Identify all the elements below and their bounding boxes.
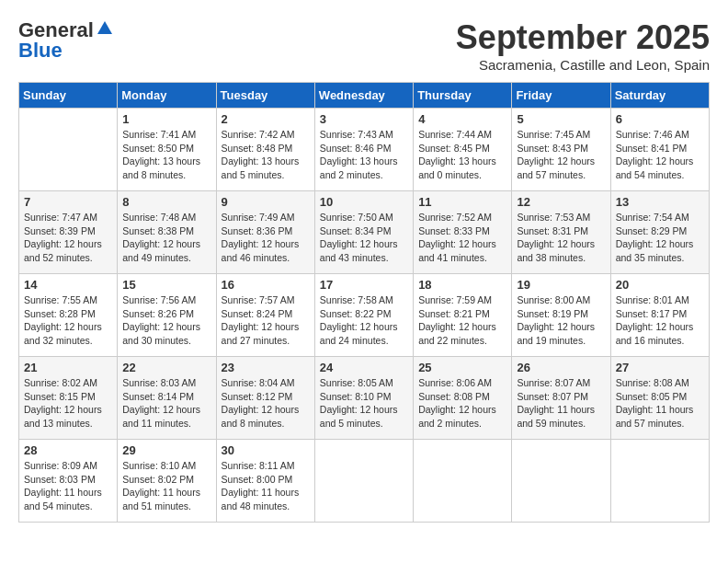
calendar-body: 1 Sunrise: 7:41 AMSunset: 8:50 PMDayligh…	[19, 109, 710, 523]
day-info: Sunrise: 8:01 AMSunset: 8:17 PMDaylight:…	[616, 293, 704, 348]
weekday-header: Monday	[118, 83, 216, 109]
month-title: September 2025	[456, 18, 710, 57]
calendar-week-row: 14 Sunrise: 7:55 AMSunset: 8:28 PMDaylig…	[19, 274, 710, 357]
day-info: Sunrise: 7:48 AMSunset: 8:38 PMDaylight:…	[122, 211, 210, 265]
calendar-week-row: 28 Sunrise: 8:09 AMSunset: 8:03 PMDaylig…	[19, 440, 710, 523]
day-info: Sunrise: 8:00 AMSunset: 8:19 PMDaylight:…	[517, 293, 605, 348]
day-info: Sunrise: 7:47 AMSunset: 8:39 PMDaylight:…	[24, 211, 112, 265]
day-number: 23	[222, 361, 310, 374]
header-row: SundayMondayTuesdayWednesdayThursdayFrid…	[19, 83, 710, 109]
day-info: Sunrise: 8:09 AMSunset: 8:03 PMDaylight:…	[24, 459, 112, 513]
day-number: 6	[616, 112, 704, 126]
calendar-day-cell: 27 Sunrise: 8:08 AMSunset: 8:05 PMDaylig…	[610, 357, 709, 440]
day-number: 24	[320, 361, 408, 374]
calendar-day-cell: 16 Sunrise: 7:57 AMSunset: 8:24 PMDaylig…	[216, 274, 314, 357]
calendar-day-cell: 2 Sunrise: 7:42 AMSunset: 8:48 PMDayligh…	[216, 109, 314, 191]
calendar-day-cell: 17 Sunrise: 7:58 AMSunset: 8:22 PMDaylig…	[314, 274, 413, 357]
day-info: Sunrise: 8:10 AMSunset: 8:02 PMDaylight:…	[122, 459, 210, 513]
calendar-day-cell: 18 Sunrise: 7:59 AMSunset: 8:21 PMDaylig…	[414, 274, 512, 357]
day-info: Sunrise: 7:43 AMSunset: 8:46 PMDaylight:…	[320, 128, 408, 182]
day-info: Sunrise: 7:59 AMSunset: 8:21 PMDaylight:…	[418, 293, 506, 348]
day-info: Sunrise: 7:44 AMSunset: 8:45 PMDaylight:…	[418, 128, 506, 182]
page-header: General Blue September 2025 Sacramenia, …	[18, 18, 710, 73]
day-number: 28	[24, 443, 112, 457]
weekday-header: Tuesday	[216, 83, 314, 109]
day-number: 21	[24, 361, 112, 374]
weekday-header: Sunday	[19, 83, 118, 109]
calendar-day-cell: 3 Sunrise: 7:43 AMSunset: 8:46 PMDayligh…	[314, 109, 413, 191]
calendar-day-cell: 9 Sunrise: 7:49 AMSunset: 8:36 PMDayligh…	[216, 191, 314, 274]
day-number: 1	[122, 112, 210, 126]
day-number: 13	[616, 195, 704, 209]
calendar-day-cell: 20 Sunrise: 8:01 AMSunset: 8:17 PMDaylig…	[610, 274, 709, 357]
day-number: 29	[122, 443, 210, 457]
calendar-day-cell: 30 Sunrise: 8:11 AMSunset: 8:00 PMDaylig…	[216, 440, 314, 523]
logo-icon	[96, 19, 114, 38]
calendar-day-cell: 22 Sunrise: 8:03 AMSunset: 8:14 PMDaylig…	[118, 357, 216, 440]
day-info: Sunrise: 7:41 AMSunset: 8:50 PMDaylight:…	[122, 128, 210, 182]
day-info: Sunrise: 7:58 AMSunset: 8:22 PMDaylight:…	[320, 293, 408, 348]
day-number: 30	[222, 443, 310, 457]
day-number: 5	[517, 112, 605, 126]
day-number: 10	[320, 195, 408, 209]
day-number: 18	[418, 278, 506, 292]
calendar-day-cell: 5 Sunrise: 7:45 AMSunset: 8:43 PMDayligh…	[512, 109, 610, 191]
weekday-header: Thursday	[414, 83, 512, 109]
calendar-day-cell: 4 Sunrise: 7:44 AMSunset: 8:45 PMDayligh…	[414, 109, 512, 191]
day-number: 26	[517, 361, 605, 374]
day-info: Sunrise: 7:55 AMSunset: 8:28 PMDaylight:…	[24, 293, 112, 348]
day-number: 11	[418, 195, 506, 209]
calendar-day-cell: 23 Sunrise: 8:04 AMSunset: 8:12 PMDaylig…	[216, 357, 314, 440]
day-number: 9	[222, 195, 310, 209]
calendar-day-cell	[512, 440, 610, 523]
day-info: Sunrise: 8:06 AMSunset: 8:08 PMDaylight:…	[418, 376, 506, 431]
day-info: Sunrise: 7:49 AMSunset: 8:36 PMDaylight:…	[222, 211, 310, 265]
calendar-week-row: 1 Sunrise: 7:41 AMSunset: 8:50 PMDayligh…	[19, 109, 710, 191]
day-info: Sunrise: 7:50 AMSunset: 8:34 PMDaylight:…	[320, 211, 408, 265]
day-number: 22	[122, 361, 210, 374]
weekday-header: Friday	[512, 83, 610, 109]
logo: General Blue	[18, 18, 114, 63]
calendar-day-cell: 28 Sunrise: 8:09 AMSunset: 8:03 PMDaylig…	[19, 440, 118, 523]
day-number: 16	[222, 278, 310, 292]
calendar-day-cell: 1 Sunrise: 7:41 AMSunset: 8:50 PMDayligh…	[118, 109, 216, 191]
calendar-day-cell	[314, 440, 413, 523]
day-info: Sunrise: 7:45 AMSunset: 8:43 PMDaylight:…	[517, 128, 605, 182]
calendar-header: SundayMondayTuesdayWednesdayThursdayFrid…	[19, 83, 710, 109]
calendar-day-cell: 11 Sunrise: 7:52 AMSunset: 8:33 PMDaylig…	[414, 191, 512, 274]
calendar-day-cell: 7 Sunrise: 7:47 AMSunset: 8:39 PMDayligh…	[19, 191, 118, 274]
day-info: Sunrise: 8:05 AMSunset: 8:10 PMDaylight:…	[320, 376, 408, 431]
calendar-table: SundayMondayTuesdayWednesdayThursdayFrid…	[18, 82, 710, 523]
day-number: 14	[24, 278, 112, 292]
day-info: Sunrise: 7:57 AMSunset: 8:24 PMDaylight:…	[222, 293, 310, 348]
calendar-day-cell: 15 Sunrise: 7:56 AMSunset: 8:26 PMDaylig…	[118, 274, 216, 357]
calendar-day-cell: 12 Sunrise: 7:53 AMSunset: 8:31 PMDaylig…	[512, 191, 610, 274]
calendar-day-cell: 6 Sunrise: 7:46 AMSunset: 8:41 PMDayligh…	[610, 109, 709, 191]
day-info: Sunrise: 7:46 AMSunset: 8:41 PMDaylight:…	[616, 128, 704, 182]
calendar-day-cell: 29 Sunrise: 8:10 AMSunset: 8:02 PMDaylig…	[118, 440, 216, 523]
calendar-day-cell: 26 Sunrise: 8:07 AMSunset: 8:07 PMDaylig…	[512, 357, 610, 440]
day-info: Sunrise: 7:56 AMSunset: 8:26 PMDaylight:…	[122, 293, 210, 348]
day-number: 12	[517, 195, 605, 209]
day-number: 17	[320, 278, 408, 292]
day-info: Sunrise: 8:04 AMSunset: 8:12 PMDaylight:…	[222, 376, 310, 431]
calendar-day-cell	[19, 109, 118, 191]
calendar-day-cell: 24 Sunrise: 8:05 AMSunset: 8:10 PMDaylig…	[314, 357, 413, 440]
day-number: 15	[122, 278, 210, 292]
day-number: 7	[24, 195, 112, 209]
day-number: 2	[222, 112, 310, 126]
calendar-day-cell	[610, 440, 709, 523]
weekday-header: Saturday	[610, 83, 709, 109]
day-number: 8	[122, 195, 210, 209]
day-number: 3	[320, 112, 408, 126]
calendar-day-cell: 13 Sunrise: 7:54 AMSunset: 8:29 PMDaylig…	[610, 191, 709, 274]
calendar-day-cell: 21 Sunrise: 8:02 AMSunset: 8:15 PMDaylig…	[19, 357, 118, 440]
svg-marker-0	[97, 21, 112, 34]
day-info: Sunrise: 7:52 AMSunset: 8:33 PMDaylight:…	[418, 211, 506, 265]
calendar-day-cell: 19 Sunrise: 8:00 AMSunset: 8:19 PMDaylig…	[512, 274, 610, 357]
calendar-day-cell: 25 Sunrise: 8:06 AMSunset: 8:08 PMDaylig…	[414, 357, 512, 440]
day-info: Sunrise: 7:42 AMSunset: 8:48 PMDaylight:…	[222, 128, 310, 182]
calendar-day-cell	[414, 440, 512, 523]
day-info: Sunrise: 7:53 AMSunset: 8:31 PMDaylight:…	[517, 211, 605, 265]
location-title: Sacramenia, Castille and Leon, Spain	[456, 57, 710, 73]
